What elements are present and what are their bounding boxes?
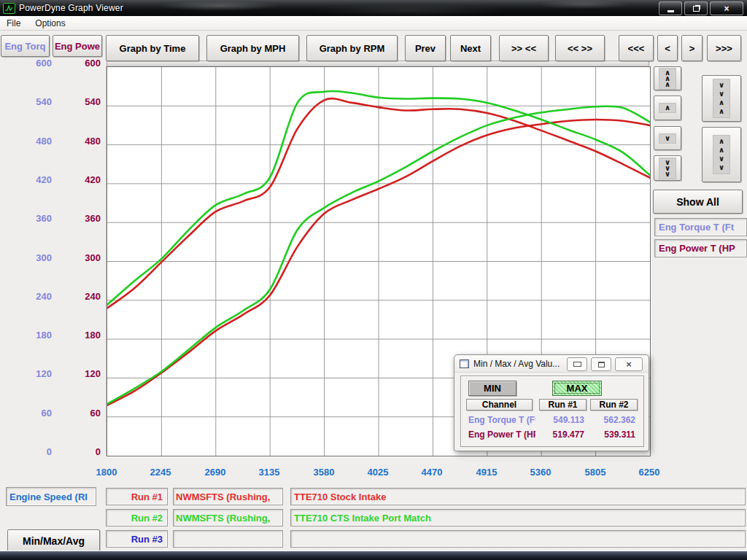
minmax-minimize-button[interactable] <box>567 357 587 371</box>
nav-chevron-down-button[interactable]: ∨ <box>654 126 681 150</box>
menu-item-options[interactable]: Options <box>35 18 65 28</box>
step-forward-button[interactable]: > <box>681 35 703 61</box>
app-icon <box>3 3 15 14</box>
minmax-window: Min / Max / Avg Valu... × MIN MAX Channe… <box>454 354 649 451</box>
menu-bar: File Options <box>0 16 747 31</box>
graph-by-rpm-button[interactable]: Graph by RPM <box>306 35 398 61</box>
run-label-box: Run #3 <box>106 530 168 548</box>
y-axis-tick-torque: 540 <box>2 96 52 107</box>
y-axis-tick-torque: 480 <box>2 136 52 147</box>
x-axis-tick: 5805 <box>570 467 621 478</box>
taskbar <box>0 551 747 560</box>
minmax-panel: MIN MAX ChannelRun #1Run #2Eng Torque T … <box>460 376 644 447</box>
close-button[interactable]: × <box>710 1 743 15</box>
nav-chevron-up-button[interactable]: ∧ <box>654 96 681 120</box>
minmax-window-title: Min / Max / Avg Valu... <box>473 359 560 369</box>
show-all-button[interactable]: Show All <box>653 190 743 214</box>
nav-chevron-triple-down-button[interactable]: ∨∨∨ <box>654 155 681 181</box>
minmax-value-run2: 562.362 <box>590 415 635 425</box>
y-axis-tick-power: 300 <box>53 252 101 263</box>
go-first-button[interactable]: <<< <box>619 35 654 61</box>
column-header-run2[interactable]: Run #2 <box>590 399 638 411</box>
window-title: PowerDyne Graph Viewer <box>19 3 123 13</box>
run-description-box: NWMSFTS (Rushing, <box>173 488 283 505</box>
y-axis-tick-power: 420 <box>53 174 101 185</box>
x-axis-tick: 2245 <box>135 467 186 478</box>
column-header-channel[interactable]: Channel <box>466 399 533 411</box>
nav-chevron-triple-up-button[interactable]: ∧∧∧ <box>654 66 681 90</box>
graph-by-mph-button[interactable]: Graph by MPH <box>206 35 299 61</box>
maximize-button[interactable] <box>684 1 708 15</box>
run-label-box: Run #1 <box>106 488 168 505</box>
y-axis-tick-power: 240 <box>53 291 101 302</box>
channel-item-power[interactable]: Eng Power T (HP <box>654 239 747 257</box>
axis-button-torque[interactable]: Eng Torq <box>1 35 50 57</box>
x-axis-channel-box[interactable]: Engine Speed (RI <box>6 487 96 506</box>
axis-button-power[interactable]: Eng Powe <box>53 35 102 57</box>
go-last-button[interactable]: >>> <box>707 35 741 61</box>
y-axis-tick-torque: 180 <box>2 330 52 341</box>
plot-top-ridge <box>107 61 649 66</box>
run-description-box <box>173 530 283 548</box>
chevron-down: ∨ <box>659 133 676 144</box>
x-axis-tick: 4025 <box>352 467 403 478</box>
x-axis-tick: 4470 <box>406 467 457 478</box>
run-comment-box: TTE710 Stock Intake <box>290 488 746 505</box>
y-axis-tick-torque: 600 <box>2 58 52 69</box>
minmax-value-run1: 549.113 <box>539 415 584 425</box>
minmax-row-channel: Eng Torque T (Ft- <box>468 415 535 425</box>
chevron-triple-down: ∨∨∨ <box>659 158 676 179</box>
graph-by-time-button[interactable]: Graph by Time <box>106 35 199 61</box>
max-button[interactable]: MAX <box>552 381 602 396</box>
minmax-row-channel: Eng Power T (HP) <box>468 429 535 440</box>
minmax-avg-button[interactable]: Min/Max/Avg <box>7 529 100 553</box>
run-label-box: Run #2 <box>106 509 168 526</box>
x-axis-tick: 3580 <box>298 467 349 478</box>
y-axis-tick-power: 480 <box>53 136 101 147</box>
minmax-value-run2: 539.311 <box>590 429 635 440</box>
run-comment-box <box>290 530 746 548</box>
y-axis-tick-power: 360 <box>53 213 101 224</box>
chevron-triple-up: ∧∧∧ <box>659 68 676 90</box>
x-axis-tick: 6250 <box>624 467 675 478</box>
x-axis-tick: 4915 <box>461 467 512 478</box>
channel-item-torque[interactable]: Eng Torque T (Ft <box>654 218 747 236</box>
y-axis-tick-torque: 360 <box>2 213 52 224</box>
y-axis-tick-torque: 420 <box>2 174 52 185</box>
next-button[interactable]: Next <box>450 35 491 61</box>
minmax-window-icon <box>460 359 469 368</box>
chevron-converge-vertical: ∨∨∧∧ <box>713 79 730 118</box>
min-button[interactable]: MIN <box>468 381 516 396</box>
range-out-button[interactable]: << >> <box>555 35 605 61</box>
y-axis-tick-torque: 300 <box>2 252 52 263</box>
step-back-button[interactable]: < <box>657 35 678 61</box>
minmax-maximize-button[interactable] <box>591 357 611 371</box>
minimize-button[interactable] <box>659 1 682 15</box>
x-axis-tick: 3135 <box>244 467 295 478</box>
y-axis-tick-torque: 0 <box>2 446 52 457</box>
menu-item-file[interactable]: File <box>7 18 20 28</box>
title-bar[interactable]: PowerDyne Graph Viewer × <box>0 0 747 16</box>
x-axis-tick: 5360 <box>515 467 566 478</box>
powerdyne-window: PowerDyne Graph Viewer × File Options En… <box>0 0 747 560</box>
y-axis-tick-power: 120 <box>53 368 101 379</box>
y-axis-tick-power: 540 <box>53 96 101 107</box>
y-axis-tick-power: 0 <box>53 446 101 457</box>
minmax-value-run1: 519.477 <box>539 429 584 440</box>
y-axis-tick-power: 600 <box>53 58 101 69</box>
minmax-close-button[interactable]: × <box>615 357 643 371</box>
nav-chevron-diverge-vertical-button[interactable]: ∧∧∨∨ <box>702 127 741 182</box>
run-comment-box: TTE710 CTS Intake Port Match <box>290 509 746 526</box>
x-axis-tick: 2690 <box>190 467 241 478</box>
nav-chevron-converge-vertical-button[interactable]: ∨∨∧∧ <box>702 75 741 122</box>
y-axis-tick-torque: 120 <box>2 368 52 379</box>
x-axis-tick: 1800 <box>81 467 132 478</box>
prev-button[interactable]: Prev <box>405 35 446 61</box>
y-axis-tick-torque: 60 <box>2 408 52 419</box>
column-header-run1[interactable]: Run #1 <box>539 399 587 411</box>
chevron-diverge-vertical: ∧∧∨∨ <box>713 135 730 174</box>
range-in-button[interactable]: >> << <box>499 35 549 61</box>
run-description-box: NWMSFTS (Rushing, <box>173 509 283 526</box>
y-axis-tick-power: 180 <box>53 330 101 341</box>
y-axis-tick-torque: 240 <box>2 291 52 302</box>
